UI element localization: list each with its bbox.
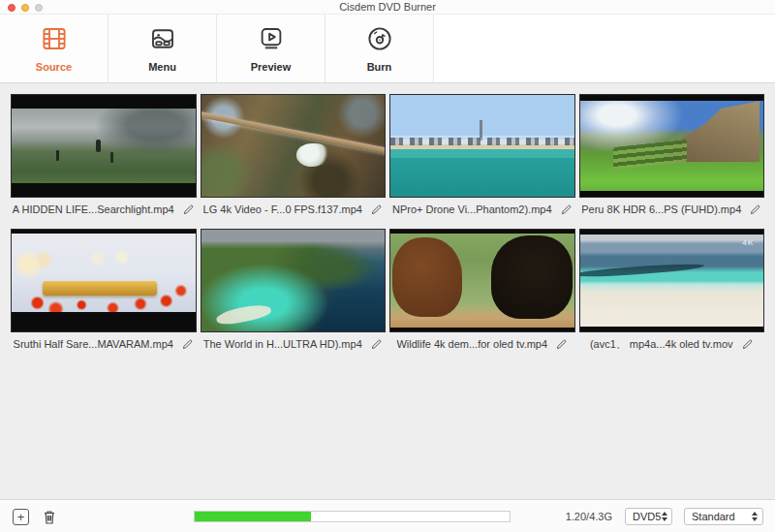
video-tile: Peru 8K HDR 6...PS (FUHD).mp4: [579, 94, 765, 217]
video-filename: Peru 8K HDR 6...PS (FUHD).mp4: [581, 203, 741, 215]
tab-preview-label: Preview: [251, 61, 292, 73]
tab-burn-label: Burn: [367, 61, 392, 73]
video-filename: Sruthi Half Sare...MAVARAM.mp4: [14, 338, 173, 350]
edit-pencil-icon[interactable]: [555, 338, 568, 351]
edit-pencil-icon[interactable]: [741, 338, 754, 351]
video-tile: LG 4k Video - F...0 FPS.f137.mp4: [201, 94, 387, 217]
video-tile: Wildlife 4k dem...for oled tv.mp4: [389, 229, 575, 352]
video-tile: A HIDDEN LIFE...Searchlight.mp4: [11, 94, 197, 217]
video-thumbnail[interactable]: [11, 229, 197, 332]
quality-select[interactable]: Standard: [684, 508, 763, 525]
video-tile: The World in H...ULTRA HD).mp4: [201, 229, 387, 352]
delete-video-button[interactable]: [41, 509, 57, 525]
video-filename: (avc1、 mp4a...4k oled tv.mov: [590, 337, 733, 352]
toolbar-spacer: [434, 15, 775, 82]
video-tile: NPro+ Drone Vi...Phantom2).mp4: [389, 94, 575, 217]
film-strip-icon: [40, 24, 69, 57]
edit-pencil-icon[interactable]: [370, 203, 383, 216]
video-grid-area: A HIDDEN LIFE...Searchlight.mp4 LG 4k Vi…: [0, 83, 775, 498]
video-thumbnail[interactable]: [201, 94, 387, 198]
main-toolbar: Source Menu Preview: [0, 15, 775, 83]
capacity-bar: [194, 511, 511, 522]
disc-icon: [365, 24, 394, 57]
video-grid: A HIDDEN LIFE...Searchlight.mp4 LG 4k Vi…: [11, 94, 764, 352]
video-thumbnail[interactable]: [11, 94, 197, 198]
title-bar: Cisdem DVD Burner: [0, 0, 775, 15]
tab-menu-label: Menu: [148, 61, 176, 73]
video-thumbnail[interactable]: [201, 229, 387, 332]
status-bar: + 1.20/4.3G DVD5 Standard: [0, 499, 775, 532]
video-tile: Sruthi Half Sare...MAVARAM.mp4: [11, 229, 197, 352]
capacity-label: 1.20/4.3G: [566, 500, 612, 532]
video-thumbnail[interactable]: [389, 229, 575, 332]
disc-type-value: DVD5: [626, 511, 661, 522]
4k-watermark: 4K: [742, 238, 754, 247]
video-filename: NPro+ Drone Vi...Phantom2).mp4: [392, 203, 552, 215]
tab-source-label: Source: [36, 61, 72, 73]
video-filename: A HIDDEN LIFE...Searchlight.mp4: [13, 203, 174, 215]
video-tile: 4K (avc1、 mp4a...4k oled tv.mov: [579, 229, 765, 352]
edit-pencil-icon[interactable]: [181, 338, 194, 351]
video-filename: The World in H...ULTRA HD).mp4: [203, 338, 362, 350]
trash-icon: [42, 509, 57, 525]
capacity-bar-fill: [195, 512, 311, 521]
video-thumbnail[interactable]: [579, 94, 765, 198]
tab-source[interactable]: Source: [0, 15, 108, 82]
video-filename: LG 4k Video - F...0 FPS.f137.mp4: [203, 203, 362, 215]
disc-type-select[interactable]: DVD5: [625, 508, 672, 525]
edit-pencil-icon[interactable]: [560, 203, 573, 216]
video-thumbnail[interactable]: 4K: [579, 229, 765, 332]
video-filename: Wildlife 4k dem...for oled tv.mp4: [396, 338, 547, 350]
tab-burn[interactable]: Burn: [326, 15, 434, 82]
tab-preview[interactable]: Preview: [217, 15, 326, 82]
stepper-arrows-icon: [750, 512, 762, 521]
add-video-button[interactable]: +: [13, 509, 29, 525]
edit-pencil-icon[interactable]: [749, 203, 761, 216]
video-thumbnail[interactable]: [389, 94, 575, 198]
menu-template-icon: [148, 24, 177, 57]
quality-value: Standard: [685, 511, 750, 522]
window-title: Cisdem DVD Burner: [0, 0, 775, 15]
stepper-arrows-icon: [661, 512, 671, 521]
tab-menu[interactable]: Menu: [108, 15, 217, 82]
plus-icon: +: [17, 511, 25, 523]
edit-pencil-icon[interactable]: [370, 338, 383, 351]
edit-pencil-icon[interactable]: [182, 203, 195, 216]
preview-player-icon: [257, 24, 286, 57]
